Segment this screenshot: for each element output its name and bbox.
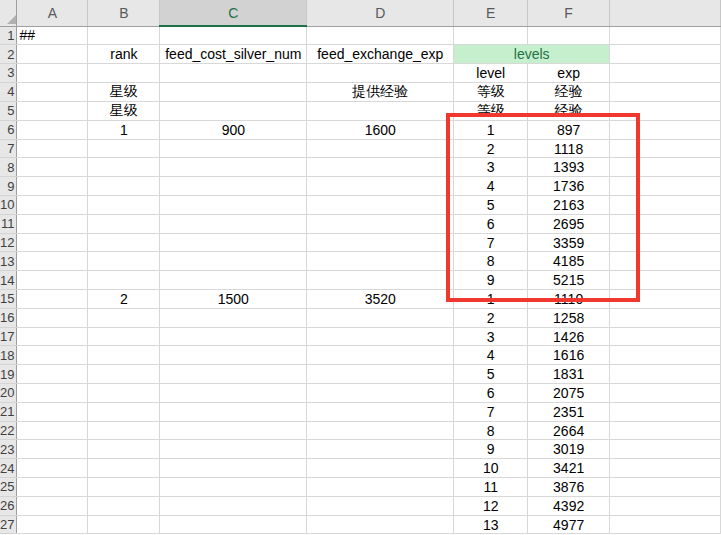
cell-D9[interactable]: [307, 177, 454, 196]
column-header-A[interactable]: A: [17, 0, 88, 26]
column-header-C[interactable]: C: [160, 0, 307, 26]
cell-B4[interactable]: 星级: [88, 82, 160, 101]
cell-G24[interactable]: [610, 459, 721, 478]
cell-C3[interactable]: [160, 64, 307, 83]
cell-A15[interactable]: [17, 290, 88, 309]
column-header-D[interactable]: D: [307, 0, 454, 26]
cell-G2[interactable]: [610, 45, 721, 64]
row-header-10[interactable]: 10: [0, 196, 17, 215]
cell-A21[interactable]: [17, 402, 88, 421]
cell-A14[interactable]: [17, 271, 88, 290]
cell-F8[interactable]: 1393: [528, 158, 610, 177]
cell-E26[interactable]: 12: [454, 496, 528, 515]
row-header-9[interactable]: 9: [0, 177, 17, 196]
cell-D16[interactable]: [307, 308, 454, 327]
cell-C10[interactable]: [160, 196, 307, 215]
cell-A23[interactable]: [17, 440, 88, 459]
cell-D17[interactable]: [307, 327, 454, 346]
cell-E1[interactable]: [454, 26, 528, 45]
cell-G11[interactable]: [610, 214, 721, 233]
cell-B12[interactable]: [88, 233, 160, 252]
cell-A20[interactable]: [17, 384, 88, 403]
cell-G8[interactable]: [610, 158, 721, 177]
cell-A11[interactable]: [17, 214, 88, 233]
cell-G13[interactable]: [610, 252, 721, 271]
cell-D25[interactable]: [307, 478, 454, 497]
cell-C24[interactable]: [160, 459, 307, 478]
cell-E14[interactable]: 9: [454, 271, 528, 290]
cell-C23[interactable]: [160, 440, 307, 459]
cell-C6[interactable]: 900: [160, 120, 307, 139]
cell-E6[interactable]: 1: [454, 120, 528, 139]
cell-E5[interactable]: 等级: [454, 101, 528, 120]
cell-D18[interactable]: [307, 346, 454, 365]
cell-B1[interactable]: [88, 26, 160, 45]
row-header-22[interactable]: 22: [0, 421, 17, 440]
cell-F25[interactable]: 3876: [528, 478, 610, 497]
cell-B24[interactable]: [88, 459, 160, 478]
cell-F26[interactable]: 4392: [528, 496, 610, 515]
cell-E13[interactable]: 8: [454, 252, 528, 271]
cell-A8[interactable]: [17, 158, 88, 177]
cell-E19[interactable]: 5: [454, 365, 528, 384]
cell-A12[interactable]: [17, 233, 88, 252]
cell-D26[interactable]: [307, 496, 454, 515]
row-header-19[interactable]: 19: [0, 365, 17, 384]
cell-C18[interactable]: [160, 346, 307, 365]
cell-D1[interactable]: [307, 26, 454, 45]
cell-G10[interactable]: [610, 196, 721, 215]
cell-E22[interactable]: 8: [454, 421, 528, 440]
cell-F18[interactable]: 1616: [528, 346, 610, 365]
column-header-F[interactable]: F: [528, 0, 610, 26]
cell-C11[interactable]: [160, 214, 307, 233]
cell-C26[interactable]: [160, 496, 307, 515]
cell-D21[interactable]: [307, 402, 454, 421]
cell-B5[interactable]: 星级: [88, 101, 160, 120]
cell-B13[interactable]: [88, 252, 160, 271]
cell-G5[interactable]: [610, 101, 721, 120]
cell-E23[interactable]: 9: [454, 440, 528, 459]
cell-E17[interactable]: 3: [454, 327, 528, 346]
cell-F4[interactable]: 经验: [528, 82, 610, 101]
cell-G21[interactable]: [610, 402, 721, 421]
cell-C2[interactable]: feed_cost_silver_num: [160, 45, 307, 64]
cell-F24[interactable]: 3421: [528, 459, 610, 478]
cell-F6[interactable]: 897: [528, 120, 610, 139]
row-header-15[interactable]: 15: [0, 290, 17, 309]
cell-E9[interactable]: 4: [454, 177, 528, 196]
cell-D20[interactable]: [307, 384, 454, 403]
row-header-7[interactable]: 7: [0, 139, 17, 158]
cell-B26[interactable]: [88, 496, 160, 515]
cell-E21[interactable]: 7: [454, 402, 528, 421]
select-all-corner[interactable]: [0, 0, 17, 26]
cell-D14[interactable]: [307, 271, 454, 290]
cell-G12[interactable]: [610, 233, 721, 252]
cell-E24[interactable]: 10: [454, 459, 528, 478]
cell-G6[interactable]: [610, 120, 721, 139]
cell-C22[interactable]: [160, 421, 307, 440]
cell-F11[interactable]: 2695: [528, 214, 610, 233]
cell-F7[interactable]: 1118: [528, 139, 610, 158]
cell-C12[interactable]: [160, 233, 307, 252]
row-header-24[interactable]: 24: [0, 459, 17, 478]
row-header-20[interactable]: 20: [0, 384, 17, 403]
cell-E8[interactable]: 3: [454, 158, 528, 177]
cell-G19[interactable]: [610, 365, 721, 384]
cell-A16[interactable]: [17, 308, 88, 327]
cell-C1[interactable]: [160, 26, 307, 45]
cell-E3[interactable]: level: [454, 64, 528, 83]
cell-C27[interactable]: [160, 515, 307, 534]
cell-B9[interactable]: [88, 177, 160, 196]
cell-F23[interactable]: 3019: [528, 440, 610, 459]
cell-E4[interactable]: 等级: [454, 82, 528, 101]
cell-F15[interactable]: 1110: [528, 290, 610, 309]
cell-F1[interactable]: [528, 26, 610, 45]
cell-E10[interactable]: 5: [454, 196, 528, 215]
cell-D27[interactable]: [307, 515, 454, 534]
cell-E20[interactable]: 6: [454, 384, 528, 403]
cell-F14[interactable]: 5215: [528, 271, 610, 290]
cell-B20[interactable]: [88, 384, 160, 403]
cell-D13[interactable]: [307, 252, 454, 271]
cell-D12[interactable]: [307, 233, 454, 252]
cell-G18[interactable]: [610, 346, 721, 365]
